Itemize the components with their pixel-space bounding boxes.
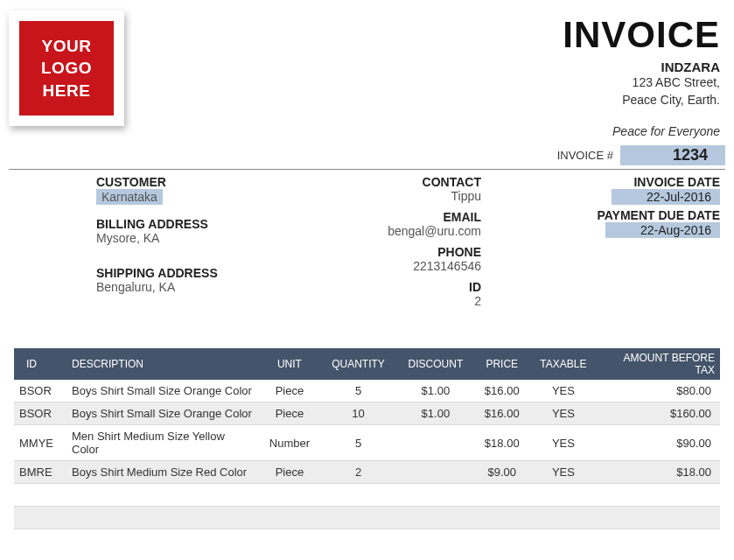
cell-id: MMYE xyxy=(14,425,66,461)
cell-price: $9.00 xyxy=(475,461,529,484)
cell-tax: YES xyxy=(529,461,598,484)
contact-column: CONTACT Tippu EMAIL bengal@uru.com PHONE… xyxy=(324,173,481,313)
cell-qty: 2 xyxy=(320,461,396,484)
customer-value: Karnataka xyxy=(96,189,163,205)
cell-amt: $80.00 xyxy=(598,380,720,402)
col-amount: AMOUNT BEFORE TAX xyxy=(598,348,720,380)
cell-disc: $1.00 xyxy=(396,402,475,425)
company-name: INDZARA xyxy=(563,60,720,74)
table-row-empty xyxy=(14,507,720,529)
cell-desc: Men Shirt Medium Size Yellow Color xyxy=(66,425,259,461)
cell-amt: $90.00 xyxy=(598,425,720,461)
customer-label: CUSTOMER xyxy=(96,175,324,189)
cell-unit: Piece xyxy=(259,461,320,484)
cell-desc: Boys Shirt Small Size Orange Color xyxy=(66,380,259,402)
cell-desc: Boys Shirt Small Size Orange Color xyxy=(66,402,259,425)
cell-tax: YES xyxy=(529,402,598,425)
table-row: BMREBoys Shirt Medium Size Red ColorPiec… xyxy=(14,461,720,484)
due-date-value: 22-Aug-2016 xyxy=(605,222,720,238)
invoice-number-value: 1234 xyxy=(620,145,725,165)
cell-disc: $1.00 xyxy=(396,380,475,402)
cell-id: BMRE xyxy=(14,461,66,484)
cell-unit: Piece xyxy=(259,402,320,425)
header: YOUR LOGO HERE INVOICE INDZARA 123 ABC S… xyxy=(9,10,725,144)
table-row-empty xyxy=(14,484,720,507)
col-quantity: QUANTITY xyxy=(320,348,396,380)
cell-qty: 5 xyxy=(320,380,396,402)
logo-placeholder: YOUR LOGO HERE xyxy=(9,10,124,126)
cell-desc: Boys Shirt Medium Size Red Color xyxy=(66,461,259,484)
phone-label: PHONE xyxy=(324,245,481,259)
email-value: bengal@uru.com xyxy=(324,224,481,238)
cell-disc xyxy=(396,461,475,484)
id-value: 2 xyxy=(324,294,481,308)
cell-price: $16.00 xyxy=(475,380,529,402)
table-row: BSORBoys Shirt Small Size Orange ColorPi… xyxy=(14,402,720,425)
customer-column: CUSTOMER Karnataka BILLING ADDRESS Mysor… xyxy=(96,173,324,313)
invoice-number-label: INVOICE # xyxy=(557,149,613,162)
invoice-title: INVOICE xyxy=(563,14,720,56)
invoice-page: YOUR LOGO HERE INVOICE INDZARA 123 ABC S… xyxy=(0,0,734,538)
cell-unit: Piece xyxy=(259,380,320,402)
dates-column: INVOICE DATE 22-Jul-2016 PAYMENT DUE DAT… xyxy=(481,173,725,313)
cell-qty: 5 xyxy=(320,425,396,461)
cell-id: BSOR xyxy=(14,380,66,402)
cell-id: BSOR xyxy=(14,402,66,425)
company-address-line1: 123 ABC Street, xyxy=(563,74,720,92)
line-items-table: ID DESCRIPTION UNIT QUANTITY DISCOUNT PR… xyxy=(14,348,720,529)
line-items-table-wrap: ID DESCRIPTION UNIT QUANTITY DISCOUNT PR… xyxy=(9,348,725,529)
due-date-label: PAYMENT DUE DATE xyxy=(481,208,720,222)
cell-tax: YES xyxy=(529,380,598,402)
table-row: BSORBoys Shirt Small Size Orange ColorPi… xyxy=(14,380,720,402)
tagline: Peace for Everyone xyxy=(563,124,720,138)
table-row: MMYEMen Shirt Medium Size Yellow ColorNu… xyxy=(14,425,720,461)
cell-tax: YES xyxy=(529,425,598,461)
cell-price: $18.00 xyxy=(475,425,529,461)
cell-amt: $160.00 xyxy=(598,402,720,425)
logo-text: YOUR LOGO HERE xyxy=(19,21,114,116)
col-price: PRICE xyxy=(475,348,529,380)
invoice-date-value: 22-Jul-2016 xyxy=(612,189,720,205)
col-discount: DISCOUNT xyxy=(396,348,475,380)
header-right: INVOICE INDZARA 123 ABC Street, Peace Ci… xyxy=(563,10,725,138)
cell-unit: Number xyxy=(259,425,320,461)
table-body: BSORBoys Shirt Small Size Orange ColorPi… xyxy=(14,380,720,529)
col-unit: UNIT xyxy=(259,348,320,380)
shipping-label: SHIPPING ADDRESS xyxy=(96,266,324,280)
billing-value: Mysore, KA xyxy=(96,231,324,245)
phone-value: 2213146546 xyxy=(324,259,481,273)
col-description: DESCRIPTION xyxy=(66,348,259,380)
company-address-line2: Peace City, Earth. xyxy=(563,92,720,109)
info-section: CUSTOMER Karnataka BILLING ADDRESS Mysor… xyxy=(9,170,725,313)
shipping-value: Bengaluru, KA xyxy=(96,280,324,294)
billing-label: BILLING ADDRESS xyxy=(96,217,324,231)
col-id: ID xyxy=(14,348,66,380)
col-taxable: TAXABLE xyxy=(529,348,598,380)
cell-price: $16.00 xyxy=(475,402,529,425)
cell-amt: $18.00 xyxy=(598,461,720,484)
email-label: EMAIL xyxy=(324,210,481,224)
table-header-row: ID DESCRIPTION UNIT QUANTITY DISCOUNT PR… xyxy=(14,348,720,380)
invoice-date-label: INVOICE DATE xyxy=(481,175,720,189)
id-label: ID xyxy=(324,280,481,294)
invoice-number-row: INVOICE # 1234 xyxy=(9,145,725,170)
contact-value: Tippu xyxy=(324,189,481,203)
cell-disc xyxy=(396,425,475,461)
cell-qty: 10 xyxy=(320,402,396,425)
contact-label: CONTACT xyxy=(324,175,481,189)
